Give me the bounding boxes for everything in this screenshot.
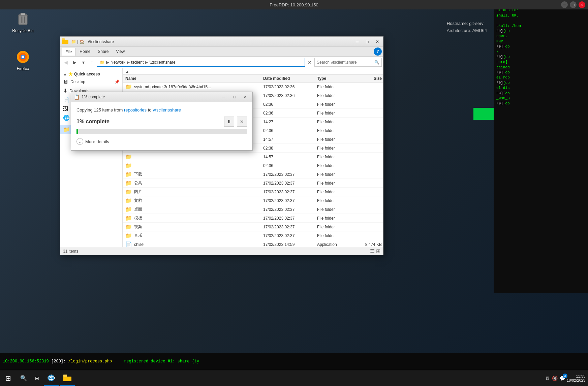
folder-icon: 📁 [125, 171, 132, 178]
copy-cancel-button[interactable]: ✕ [237, 117, 247, 127]
recycle-bin-image [15, 11, 31, 27]
explorer-icon-taskbar [63, 373, 72, 383]
taskbar-explorer-button[interactable] [60, 371, 75, 386]
table-row[interactable]: 📁systemd-private-3e187a0c9daf48e4bd15...… [123, 83, 383, 91]
copy-pause-button[interactable]: ⏸ [224, 117, 234, 127]
taskbar-ie-button[interactable]: e [44, 371, 59, 386]
copy-dialog-title: 1% complete [82, 95, 217, 99]
pin-icon: 📌 [115, 79, 120, 84]
path-separator-1: ▶ [106, 60, 109, 65]
clock-date: 18/02/2023 [567, 378, 585, 382]
copy-dialog-maximize[interactable]: □ [230, 94, 239, 100]
volume-tray-icon[interactable]: 🔇 [552, 376, 558, 381]
task-view-button[interactable]: ⊟ [31, 372, 43, 384]
freerdp-maximize-button[interactable]: □ [570, 1, 577, 8]
column-type[interactable]: Type [316, 76, 356, 81]
copy-dialog-body: Copying 125 items from repositories to \… [71, 102, 252, 150]
column-name[interactable]: Name [123, 76, 262, 81]
network-tray-icon[interactable]: 🖥 [545, 376, 550, 381]
collapse-icon: ▲ [63, 72, 67, 76]
copy-dialog-minimize[interactable]: ─ [219, 94, 228, 100]
copy-controls: ⏸ ✕ [224, 117, 247, 127]
table-row-chisel[interactable]: 📄chisel 17/02/2023 14:59 Application 8,4… [123, 240, 383, 247]
folder-icon: 📁 [125, 180, 132, 186]
taskbar-search-button[interactable]: 🔍 [18, 372, 30, 384]
table-row[interactable]: 📁下载 17/02/2023 02:37 File folder [123, 170, 383, 179]
table-row[interactable]: 📁公共 17/02/2023 02:37 File folder [123, 179, 383, 188]
svg-rect-20 [67, 377, 71, 381]
start-button[interactable]: ⊞ [0, 370, 16, 386]
path-icon: 📁 [100, 60, 105, 65]
progress-bar-fill [76, 129, 78, 134]
taskbar-time[interactable]: 11:33 18/02/2023 [567, 374, 585, 382]
tab-view[interactable]: View [113, 48, 128, 55]
sidebar-quick-access-header[interactable]: ▲ ★ Quick access [60, 69, 122, 77]
copy-source-link[interactable]: repositories [124, 107, 147, 112]
tab-home[interactable]: Home [76, 48, 94, 55]
path-share[interactable]: \\tsclient\share [149, 60, 175, 65]
column-size[interactable]: Size [356, 76, 383, 81]
svg-rect-12 [64, 40, 68, 44]
sort-name-col[interactable]: ▲ [123, 69, 383, 73]
tab-file[interactable]: File [62, 48, 75, 56]
tab-share[interactable]: Share [94, 48, 112, 55]
recent-locations-button[interactable]: ▾ [79, 58, 87, 66]
bottom-bar-left: 10:200.90.156:52319 [200]: /login/proces… [0, 359, 115, 364]
folder-icon: 📁 [125, 206, 132, 213]
clock-time: 11:33 [567, 374, 585, 378]
list-view-icon[interactable]: ☰ [370, 248, 375, 254]
table-row[interactable]: 📁文档 17/02/2023 02:37 File folder [123, 196, 383, 205]
explorer-minimize-button[interactable]: ─ [353, 38, 362, 45]
freerdp-close-button[interactable]: ✕ [579, 1, 585, 8]
table-row[interactable]: 📁 02:36 File folder [123, 161, 383, 170]
path-network[interactable]: Network [111, 60, 125, 65]
pause-icon: ⏸ [227, 119, 231, 124]
explorer-path-title: \\tsclient\share [88, 39, 114, 44]
copy-percent-row: 1% complete ⏸ ✕ [76, 117, 247, 127]
refresh-button[interactable]: ✕ [306, 58, 314, 66]
up-button[interactable]: ↑ [88, 58, 96, 66]
table-row[interactable]: 📁视频 17/02/2023 02:37 File folder [123, 223, 383, 231]
column-date[interactable]: Date modified [262, 76, 316, 81]
progress-bar-container [76, 129, 247, 134]
table-row[interactable]: 📁模板 17/02/2023 02:37 File folder [123, 214, 383, 223]
address-path[interactable]: 📁 ▶ Network ▶ tsclient ▶ \\tsclient\shar… [97, 58, 305, 67]
search-input[interactable] [317, 60, 373, 65]
table-row[interactable]: 📁图片 17/02/2023 02:37 File folder [123, 188, 383, 196]
ie-icon: e [47, 373, 56, 383]
freerdp-minimize-button[interactable]: ─ [561, 1, 568, 8]
explorer-close-button[interactable]: ✕ [373, 38, 382, 45]
explorer-maximize-button[interactable]: □ [363, 38, 372, 45]
freerdp-title: FreeRDP: 10.200.90.150 [270, 2, 318, 7]
detail-view-icon[interactable]: ⊞ [376, 248, 380, 254]
copy-dialog-close[interactable]: ✕ [241, 94, 250, 100]
svg-point-9 [22, 56, 24, 58]
terminal-panel: My speci utions for ihull, UK. bkali: /h… [494, 0, 588, 293]
more-details-icon: ⌄ [76, 138, 83, 145]
copy-info-text: Copying 125 items from repositories to \… [76, 107, 247, 112]
table-row[interactable]: 📁桌面 17/02/2023 02:37 File folder [123, 205, 383, 214]
copy-dest-link[interactable]: \\tsclient\share [153, 107, 181, 112]
view-icons: ☰ ⊞ [370, 248, 380, 254]
chat-tray-icon[interactable]: 💬 3 [560, 376, 565, 381]
table-row[interactable]: 📁 14:57 File folder [123, 153, 383, 161]
explorer-title-text: 📁 | 🏠 \\tsclient\share [71, 39, 351, 44]
folder-icon: 📁 [125, 154, 132, 160]
table-row[interactable]: 📁音乐 17/02/2023 02:37 File folder [123, 231, 383, 240]
path-tsclient[interactable]: tsclient [131, 60, 144, 65]
address-bar: ◀ ▶ ▾ ↑ 📁 ▶ Network ▶ tsclient ▶ \\tscli… [60, 57, 383, 68]
back-button[interactable]: ◀ [62, 58, 70, 66]
copy-dialog-titlebar: 📋 1% complete ─ □ ✕ [71, 92, 252, 102]
sidebar-item-desktop[interactable]: 🖥 Desktop 📌 [60, 77, 122, 86]
firefox-icon[interactable]: Firefox [9, 49, 36, 71]
search-icon-taskbar: 🔍 [20, 375, 27, 381]
path-separator-2: ▶ [127, 60, 130, 65]
search-box[interactable]: 🔍 [314, 58, 382, 67]
recycle-bin-icon[interactable]: Recycle Bin [9, 11, 36, 33]
more-details-row[interactable]: ⌄ More details [76, 138, 247, 145]
green-action-button[interactable] [473, 108, 494, 120]
status-item-count: 31 items [63, 249, 78, 254]
arch-label: Architecture: AMD64 [447, 27, 487, 34]
forward-button[interactable]: ▶ [70, 58, 79, 66]
help-button[interactable]: ? [374, 47, 382, 56]
